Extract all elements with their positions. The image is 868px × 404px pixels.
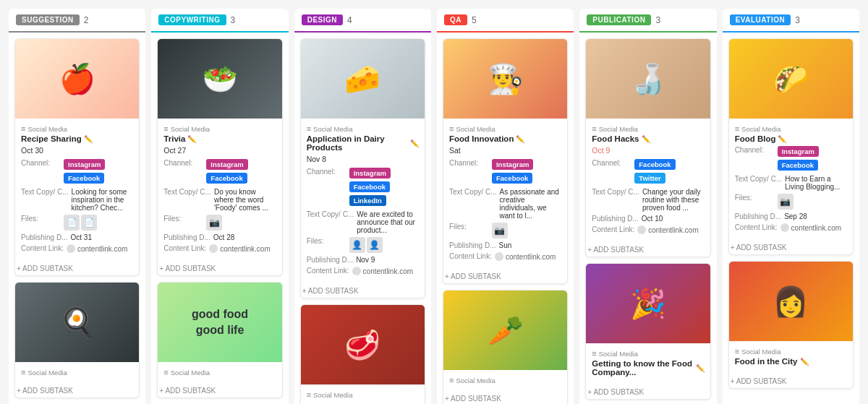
content-link-label: Content Link: [307,267,349,275]
card-title: Food Innovation ✏️ [449,134,561,143]
column-body-suggestion: 🍎Social MediaRecipe Sharing ✏️Oct 30Chan… [9,33,145,404]
card-channels-row: Channel:InstagramFacebook [735,146,847,172]
card-category: Social Media [163,368,276,377]
add-subtask-button[interactable]: + ADD SUBTASK [729,241,853,254]
card-image: 🧀 [301,39,425,119]
publishing-date-label: Publishing D... [21,233,67,241]
card[interactable]: 🥩Social Media+ ADD SUBTASK [300,304,425,404]
content-link-value[interactable]: contentlink.com [67,244,127,253]
files-label: Files: [735,194,775,202]
channel-label: Channel: [307,168,346,176]
tag-facebook[interactable]: Facebook [492,173,532,184]
tag-instagram[interactable]: Instagram [778,146,819,157]
tag-instagram[interactable]: Instagram [64,159,105,170]
file-thumb[interactable]: 📄 [64,215,80,231]
tag-instagram[interactable]: Instagram [492,159,533,170]
card-channels-row: Channel:InstagramFacebook [449,159,561,185]
text-copy-label: Text Copy/ C... [592,188,639,196]
link-icon [67,244,75,253]
card[interactable]: 🌮Social MediaFood Blog ✏️Channel:Instagr… [728,38,854,255]
kanban-board: SUGGESTION2🍎Social MediaRecipe Sharing ✏… [0,0,868,404]
publishing-date-row: Publishing D...Oct 31 [21,233,133,241]
card-content-area: Social MediaGetting to know the Food Com… [586,343,710,385]
column-badge-qa: QA [444,14,467,25]
link-icon [209,244,218,253]
add-subtask-button[interactable]: + ADD SUBTASK [443,270,567,283]
card-image: good food good life [158,283,281,362]
file-thumb[interactable]: 👤 [349,237,365,253]
tag-facebook[interactable]: Facebook [778,160,818,171]
channel-tags: InstagramFacebook [206,159,276,185]
channel-label: Channel: [163,159,203,167]
add-subtask-button[interactable]: + ADD SUBTASK [158,384,281,397]
channel-tags: InstagramFacebookLinkedIn [349,168,419,207]
text-copy-value: As passionate and creative individuals, … [500,188,562,220]
card[interactable]: 🧀Social MediaApplication in Dairy Produc… [300,38,425,298]
card-channels-row: Channel:FacebookTwitter [592,159,704,185]
column-body-design: 🧀Social MediaApplication in Dairy Produc… [294,33,431,404]
tag-facebook[interactable]: Facebook [349,181,390,192]
card[interactable]: 🥗Social MediaTrivia ✏️Oct 27Channel:Inst… [157,38,282,276]
add-subtask-button[interactable]: + ADD SUBTASK [158,262,281,275]
card-category: Social Media [592,124,704,133]
content-link-value[interactable]: contentlink.com [495,252,556,261]
file-thumb[interactable]: 📷 [492,223,508,238]
column-badge-publication: PUBLICATION [587,14,651,25]
column-header-suggestion: SUGGESTION2 [9,9,145,33]
card[interactable]: 👨‍🍳Social MediaFood Innovation ✏️SatChan… [443,38,568,284]
add-subtask-button[interactable]: + ADD SUBTASK [15,262,139,275]
files-label: Files: [21,215,61,223]
add-subtask-button[interactable]: + ADD SUBTASK [301,284,425,298]
publishing-date-row: Publishing D...Nov 9 [307,256,419,264]
card[interactable]: 🍶Social MediaFood Hacks ✏️Oct 9Channel:F… [585,38,710,257]
card-content-area: Social MediaFood Blog ✏️Channel:Instagra… [729,119,853,241]
add-subtask-button[interactable]: + ADD SUBTASK [586,385,710,399]
channel-tags: FacebookTwitter [634,159,704,185]
card[interactable]: 🥕Social Media+ ADD SUBTASK [443,290,568,404]
tag-instagram[interactable]: Instagram [349,168,391,179]
content-link-value[interactable]: contentlink.com [637,225,698,234]
card[interactable]: 🍳Social Media+ ADD SUBTASK [14,282,140,398]
publishing-date-value: Oct 10 [642,215,705,223]
add-subtask-button[interactable]: + ADD SUBTASK [586,243,710,257]
add-subtask-button[interactable]: + ADD SUBTASK [15,384,139,397]
card-text-row: Text Copy/ C...How to Earn a Living Blog… [735,175,847,191]
link-text: contentlink.com [363,267,413,275]
files-container: 📷 [778,194,795,210]
content-link-row: Content Link:contentlink.com [307,267,419,275]
tag-linkedin[interactable]: LinkedIn [349,195,386,206]
card[interactable]: good food good lifeSocial Media+ ADD SUB… [157,282,282,398]
content-link-value[interactable]: contentlink.com [209,244,270,253]
link-text: contentlink.com [648,226,698,234]
add-subtask-button[interactable]: + ADD SUBTASK [443,392,567,404]
column-count-publication: 3 [655,15,660,25]
card-title: Food Blog ✏️ [735,134,847,143]
content-link-label: Content Link: [735,223,778,231]
card-category: Social Media [735,124,847,133]
tag-facebook[interactable]: Facebook [206,173,247,184]
content-link-value[interactable]: contentlink.com [780,223,841,232]
tag-facebook[interactable]: Facebook [634,159,675,170]
files-label: Files: [163,215,203,223]
file-thumb[interactable]: 📄 [81,215,97,231]
card[interactable]: 🍎Social MediaRecipe Sharing ✏️Oct 30Chan… [14,38,140,276]
content-link-value[interactable]: contentlink.com [352,267,413,275]
file-thumb[interactable]: 📷 [206,215,222,231]
tag-facebook[interactable]: Facebook [64,173,104,184]
card-image: 🍶 [586,39,710,119]
column-count-suggestion: 2 [84,15,89,25]
tag-twitter[interactable]: Twitter [634,173,665,184]
card[interactable]: 🎉Social MediaGetting to know the Food Co… [585,263,710,400]
tag-instagram[interactable]: Instagram [206,159,247,170]
card-image: 🍎 [15,39,139,119]
text-copy-label: Text Copy/ C... [735,175,783,183]
card-files-row: Files:📷 [163,215,276,231]
link-text: contentlink.com [506,253,556,261]
column-badge-design: DESIGN [302,14,343,25]
file-thumb[interactable]: 👤 [367,237,383,253]
card-content-area: Social MediaApplication in Dairy Product… [301,119,425,284]
file-thumb[interactable]: 📷 [778,194,793,210]
add-subtask-button[interactable]: + ADD SUBTASK [729,374,853,388]
edit-icon: ✏️ [696,364,705,372]
card[interactable]: 👩Social MediaFood in the City ✏️+ ADD SU… [728,261,854,389]
